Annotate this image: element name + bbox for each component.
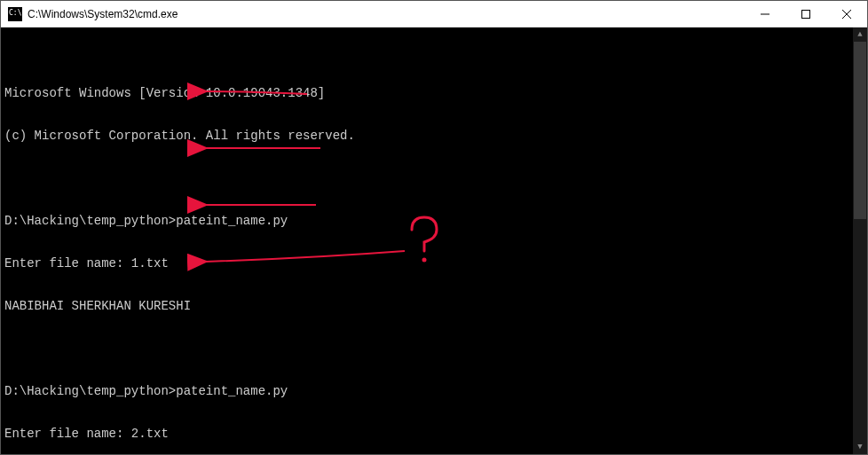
terminal-line: Enter file name: 1.txt	[4, 256, 864, 271]
terminal-line: (c) Microsoft Corporation. All rights re…	[4, 129, 864, 143]
terminal-line: Microsoft Windows [Version 10.0.19043.13…	[4, 86, 864, 100]
terminal-output: Microsoft Windows [Version 10.0.19043.13…	[4, 58, 864, 454]
terminal-line: D:\Hacking\temp_python>pateint_name.py	[4, 384, 864, 398]
vertical-scrollbar[interactable]: ▲ ▼	[853, 27, 867, 454]
cmd-icon	[8, 7, 22, 21]
cmd-window: C:\Windows\System32\cmd.exe Microsoft Wi…	[0, 0, 868, 455]
titlebar[interactable]: C:\Windows\System32\cmd.exe	[1, 1, 867, 27]
close-icon	[842, 10, 851, 19]
terminal-line: D:\Hacking\temp_python>pateint_name.py	[4, 214, 864, 228]
window-controls	[745, 1, 867, 27]
minimize-icon	[761, 10, 769, 19]
minimize-button[interactable]	[745, 1, 785, 27]
close-button[interactable]	[826, 1, 867, 27]
terminal-line: NABIBHAI SHERKHAN KURESHI	[4, 299, 864, 313]
terminal-line: Enter file name: 2.txt	[4, 427, 864, 441]
terminal-area[interactable]: Microsoft Windows [Version 10.0.19043.13…	[1, 27, 867, 454]
scroll-up-icon[interactable]: ▲	[853, 27, 867, 42]
terminal-line	[4, 171, 864, 185]
window-title: C:\Windows\System32\cmd.exe	[28, 8, 745, 20]
terminal-line	[4, 341, 864, 356]
maximize-button[interactable]	[785, 1, 826, 27]
scrollbar-thumb[interactable]	[854, 42, 866, 219]
svg-rect-1	[802, 10, 810, 18]
scroll-down-icon[interactable]: ▼	[853, 440, 867, 454]
maximize-icon	[801, 10, 810, 19]
